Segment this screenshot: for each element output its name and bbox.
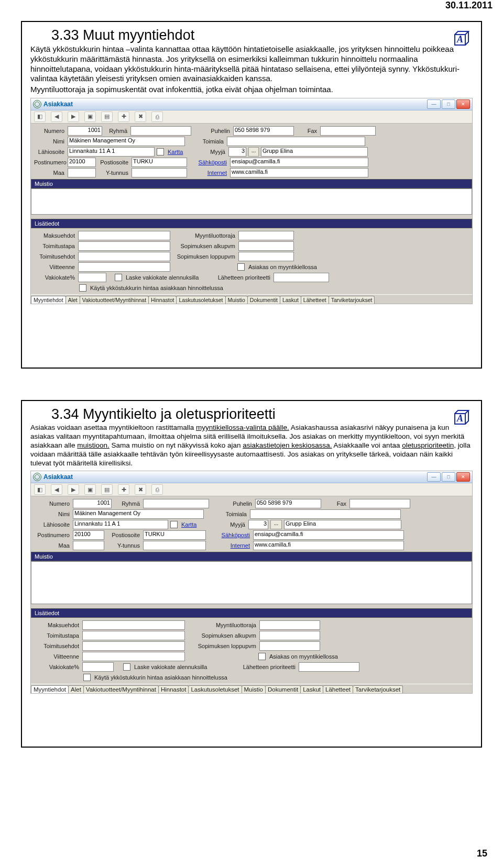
checkbox-myyntikielto[interactable]	[258, 653, 266, 660]
tab[interactable]: Tarviketarjoukset	[353, 685, 403, 693]
checkbox-myyntikielto[interactable]	[237, 263, 245, 271]
toolbar-button[interactable]: ▶	[68, 484, 79, 495]
field-puhelin[interactable]: 050 5898 979	[233, 126, 294, 136]
tab[interactable]: Laskutusoletukset	[188, 685, 242, 693]
toolbar-button[interactable]: ◧	[34, 112, 46, 122]
lookup-button[interactable]: ...	[248, 147, 259, 157]
field-postinumero[interactable]: 20100	[68, 158, 96, 167]
maximize-button[interactable]: □	[442, 472, 455, 482]
link-internet[interactable]: Internet	[189, 170, 228, 176]
tab[interactable]: Alet	[68, 685, 84, 693]
field-ryhma[interactable]	[130, 126, 191, 136]
field-viitteenne[interactable]	[82, 652, 185, 661]
field-lahiosoite[interactable]: Linnankatu 11 A 1	[73, 520, 168, 529]
field-myyja-num[interactable]: 3	[248, 520, 268, 529]
tab[interactable]: Myyntiehdot	[31, 296, 66, 304]
field-postiosoite[interactable]: TURKU	[143, 530, 206, 540]
toolbar-button[interactable]: ⎙	[151, 484, 163, 495]
close-button[interactable]: ✕	[456, 472, 470, 482]
tab[interactable]: Laskut	[300, 685, 323, 693]
field-postinumero[interactable]: 20100	[73, 530, 104, 540]
toolbar-button[interactable]: ◀	[51, 484, 62, 495]
field-sop-loppu[interactable]	[238, 252, 294, 261]
field-toimitustapa[interactable]	[82, 631, 185, 640]
toolbar-button[interactable]: ◀	[51, 112, 62, 122]
tab[interactable]: Muistio	[242, 685, 266, 693]
field-ryhma[interactable]	[143, 499, 209, 508]
field-toimiala[interactable]	[250, 509, 401, 519]
link-kartta[interactable]: Kartta	[168, 149, 187, 155]
toolbar-button[interactable]: ▣	[84, 484, 96, 495]
field-maksuehdot[interactable]	[78, 231, 170, 240]
field-fax[interactable]	[349, 499, 410, 508]
field-fax[interactable]	[320, 126, 376, 136]
field-sahkoposti[interactable]: ensiapu@camilla.fi	[253, 530, 404, 540]
field-postiosoite[interactable]: TURKU	[132, 158, 187, 167]
tab[interactable]: Dokumentit	[265, 685, 301, 693]
field-lahetteen-prio[interactable]	[299, 662, 359, 672]
tab[interactable]: Lähetteet	[323, 685, 353, 693]
field-toimitusehdot[interactable]	[82, 641, 185, 651]
tab[interactable]: Hinnastot	[148, 296, 177, 304]
field-myyntiluottoraja[interactable]	[259, 620, 320, 630]
field-maa[interactable]	[68, 168, 96, 177]
field-myyja-name[interactable]: Grupp Elina	[284, 520, 401, 529]
tab[interactable]: Hinnastot	[158, 685, 189, 693]
field-numero[interactable]: 1001	[68, 126, 102, 136]
field-sop-alku[interactable]	[259, 631, 320, 640]
link-kartta[interactable]: Kartta	[181, 521, 202, 528]
field-lahiosoite[interactable]: Linnankatu 11 A 1	[68, 147, 155, 157]
toolbar-button[interactable]: ✚	[118, 484, 129, 495]
tab[interactable]: Tarviketarjoukset	[329, 296, 375, 304]
field-vakiokate[interactable]	[78, 273, 106, 282]
field-nimi[interactable]: Mäkinen Management Oy	[68, 137, 185, 146]
field-nimi[interactable]: Mäkinen Management Oy	[73, 509, 204, 519]
field-sahkoposti[interactable]: ensiapu@camilla.fi	[230, 158, 368, 167]
tab[interactable]: Muistio	[225, 296, 248, 304]
minimize-button[interactable]: —	[427, 99, 441, 109]
checkbox-kayta-ykkos[interactable]	[83, 674, 91, 681]
checkbox-kartta[interactable]	[170, 521, 178, 528]
checkbox-kayta-ykkos[interactable]	[79, 284, 86, 292]
link-internet[interactable]: Internet	[208, 542, 251, 549]
maximize-button[interactable]: □	[442, 99, 455, 109]
tab[interactable]: Lähetteet	[301, 296, 329, 304]
field-ytunnus[interactable]	[143, 541, 206, 550]
toolbar-button[interactable]: ✖	[135, 112, 146, 122]
checkbox-laske-vakio[interactable]	[123, 663, 130, 671]
field-myyja-name[interactable]: Grupp Elina	[261, 147, 368, 157]
toolbar-button[interactable]: ▤	[101, 484, 113, 495]
toolbar-button[interactable]: ✚	[118, 112, 129, 122]
tab[interactable]: Vakiotuotteet/Myyntihinnat	[83, 685, 159, 693]
field-puhelin[interactable]: 050 5898 979	[255, 499, 321, 508]
field-viitteenne[interactable]	[78, 262, 170, 272]
field-numero[interactable]: 1001	[73, 499, 112, 508]
toolbar-button[interactable]: ▶	[68, 112, 79, 122]
field-lahetteen-prio[interactable]	[274, 273, 329, 282]
field-toimitusehdot[interactable]	[78, 252, 170, 261]
minimize-button[interactable]: —	[427, 472, 441, 482]
field-maksuehdot[interactable]	[82, 620, 185, 630]
close-button[interactable]: ✕	[456, 99, 470, 109]
toolbar-button[interactable]: ◧	[34, 484, 46, 495]
toolbar-button[interactable]: ⎙	[151, 112, 163, 122]
field-myyntiluottoraja[interactable]	[238, 231, 294, 240]
tab[interactable]: Laskut	[280, 296, 301, 304]
tab[interactable]: Dokumentit	[247, 296, 280, 304]
field-internet[interactable]: www.camilla.fi	[230, 168, 368, 177]
link-sahkoposti[interactable]: Sähköposti	[189, 159, 228, 165]
field-maa[interactable]	[73, 541, 104, 550]
field-sop-loppu[interactable]	[259, 641, 320, 651]
field-sop-alku[interactable]	[238, 241, 294, 251]
checkbox-laske-vakio[interactable]	[115, 274, 122, 281]
toolbar-button[interactable]: ✖	[135, 484, 146, 495]
checkbox-kartta[interactable]	[157, 148, 164, 155]
memo-area[interactable]	[31, 561, 472, 604]
tab[interactable]: Myyntiehdot	[31, 685, 69, 693]
field-internet[interactable]: www.camilla.fi	[253, 541, 404, 550]
toolbar-button[interactable]: ▣	[84, 112, 96, 122]
tab[interactable]: Alet	[65, 296, 80, 304]
toolbar-button[interactable]: ▤	[101, 112, 113, 122]
field-myyja-num[interactable]: 3	[228, 147, 246, 157]
field-toimiala[interactable]	[227, 137, 365, 146]
